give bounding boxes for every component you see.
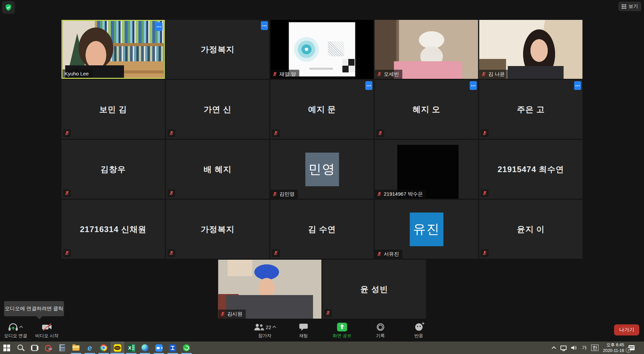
reactions-button[interactable]: 반응: [408, 322, 429, 339]
participant-tile-yeji-mun[interactable]: 예지 문: [270, 80, 374, 139]
participant-name: 배 혜지: [166, 140, 269, 199]
taskbar-task-view-button[interactable]: [28, 342, 41, 354]
calculator-icon: [59, 344, 65, 351]
participants-button[interactable]: 22 참가자: [254, 322, 276, 339]
taskbar-sync-button[interactable]: [180, 342, 193, 354]
participant-tile-choi-suyeon[interactable]: 21915474 최수연: [479, 140, 583, 199]
participant-name: 윤지 이: [479, 200, 583, 259]
clock-date: 2020-11-16: [603, 348, 624, 354]
tile-options-button[interactable]: [470, 81, 477, 90]
taskbar-excel-button[interactable]: X: [124, 342, 138, 354]
muted-mic-icon: [377, 129, 384, 137]
participant-tile-gayeon-shin[interactable]: 가연 신: [166, 80, 269, 139]
view-button-label: 보기: [629, 3, 638, 9]
participant-tile-kim-siwon[interactable]: 김시원: [218, 260, 322, 319]
muted-mic-icon: [63, 189, 71, 197]
taskbar-snipping-tool-button[interactable]: [41, 342, 55, 354]
participant-label: 서유진: [375, 250, 402, 259]
start-video-label: 비디오 시작: [35, 333, 59, 339]
participant-name: 보민 김: [62, 80, 165, 139]
muted-mic-icon: [481, 249, 489, 257]
audio-options-chevron-icon[interactable]: [19, 326, 23, 329]
tile-options-button[interactable]: [261, 21, 268, 30]
task-view-icon: [31, 344, 38, 352]
meeting-toolbar: 오디오 연결 비디오 시작: [0, 321, 644, 340]
chat-button[interactable]: 채팅: [293, 322, 314, 339]
taskbar-clock[interactable]: 오후 6:45 2020-11-16: [603, 342, 624, 354]
record-button[interactable]: 기록: [369, 322, 391, 339]
participant-name: 가정복지: [166, 20, 269, 79]
participant-tile-kim-changwoo[interactable]: 김창우: [62, 140, 165, 199]
clock-time: 오후 6:45: [603, 342, 624, 348]
participant-name: 김창우: [62, 140, 165, 199]
participant-tile-jaeyeol-yang[interactable]: 재열 양: [270, 20, 374, 79]
start-video-button[interactable]: 비디오 시작: [35, 322, 59, 339]
participant-tile-kim-suyeon[interactable]: 김 수연: [270, 200, 374, 259]
network-icon[interactable]: [560, 346, 567, 350]
volume-icon[interactable]: [571, 345, 577, 350]
participant-tile-park-sueun[interactable]: 21914967 박수은: [375, 140, 478, 199]
participant-tile-kim-nayun[interactable]: 김 나윤: [479, 20, 583, 79]
share-screen-icon: [337, 323, 347, 331]
participant-label: 재열 양: [270, 70, 299, 79]
taskbar-search-button[interactable]: [14, 342, 28, 354]
ime-korean-a-indicator[interactable]: 가: [582, 345, 587, 351]
participant-tile-shin-chaewon[interactable]: 21716314 신채원: [62, 200, 165, 259]
hidden-icons-chevron-icon[interactable]: [552, 346, 556, 351]
taskbar-edge-button[interactable]: [138, 342, 152, 354]
participant-name: 21915474 최수연: [479, 140, 583, 199]
reactions-smiley-icon: [415, 323, 422, 331]
security-shield-button[interactable]: [2, 1, 15, 14]
leave-meeting-button[interactable]: 나가기: [614, 324, 639, 335]
chrome-icon: [100, 344, 107, 351]
muted-mic-icon: [481, 129, 489, 137]
taskbar-file-explorer-button[interactable]: [69, 342, 83, 354]
tile-options-button[interactable]: [156, 22, 163, 31]
participant-name: 예지 문: [270, 80, 374, 139]
taskbar-start-button[interactable]: [0, 342, 14, 354]
participant-tile-yunji-i[interactable]: 윤지 이: [479, 200, 583, 259]
tile-options-button[interactable]: [365, 81, 373, 90]
participant-tile-bomin-kim[interactable]: 보민 김: [62, 80, 165, 139]
participants-count: 22: [266, 324, 271, 330]
muted-mic-icon: [63, 129, 71, 137]
participant-tile-gajeongbokji-1[interactable]: 가정복지: [166, 20, 269, 79]
taskbar-calculator-button[interactable]: [55, 342, 69, 354]
participants-icon: [254, 323, 264, 331]
action-center-icon[interactable]: 3: [629, 345, 635, 350]
taskbar-zoom-button[interactable]: [152, 342, 166, 354]
participant-label-text: 재열 양: [280, 71, 296, 77]
ime-han-indicator[interactable]: 한: [591, 345, 599, 351]
taskbar-hancom-button[interactable]: [166, 342, 180, 354]
participants-chevron-icon[interactable]: [272, 326, 276, 329]
participant-tile-jueun-go[interactable]: 주은 고: [479, 80, 583, 139]
muted-mic-icon: [377, 72, 382, 77]
security-shield-icon: [5, 4, 12, 11]
participant-tile-seo-yujin[interactable]: 유진서유진: [375, 200, 478, 259]
start-icon: [3, 344, 11, 352]
participants-label: 참가자: [258, 333, 271, 339]
participant-tile-bae-hyeji[interactable]: 배 혜지: [166, 140, 269, 199]
participant-label: 21914967 박수은: [375, 190, 426, 199]
taskbar-internet-explorer-button[interactable]: e: [83, 342, 97, 354]
participant-name: 윤 성빈: [323, 260, 426, 319]
taskbar-kakaotalk-button[interactable]: TALK: [110, 342, 124, 354]
record-label: 기록: [376, 333, 385, 339]
participant-tile-yun-seongbin[interactable]: 윤 성빈: [323, 260, 426, 319]
participant-tile-gajeongbokji-2[interactable]: 가정복지: [166, 200, 269, 259]
share-screen-label: 화면 공유: [333, 333, 352, 339]
notification-badge: 3: [626, 348, 631, 353]
muted-mic-icon: [324, 309, 332, 317]
participant-tile-kim-minyeong[interactable]: 민영김민영: [270, 140, 374, 199]
share-screen-button[interactable]: 화면 공유: [331, 322, 353, 339]
file-explorer-icon: [72, 345, 79, 351]
tile-options-button[interactable]: [574, 81, 581, 90]
join-audio-button[interactable]: 오디오 연결: [4, 322, 27, 339]
participant-tile-hyeji-o[interactable]: 혜지 오: [375, 80, 478, 139]
taskbar-chrome-button[interactable]: [97, 342, 110, 354]
participant-tile-kyuho-lee[interactable]: Kyuho Lee: [62, 20, 165, 79]
muted-mic-icon: [272, 192, 278, 197]
reactions-label: 반응: [414, 333, 423, 339]
participant-tile-o-sebin[interactable]: 오세빈: [375, 20, 478, 79]
view-button[interactable]: 보기: [618, 2, 641, 11]
